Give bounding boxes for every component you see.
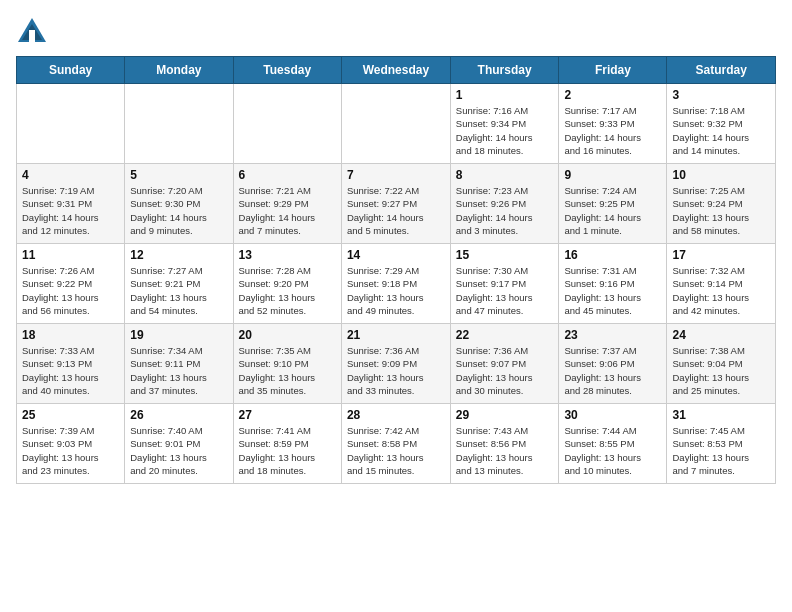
day-info: Sunrise: 7:24 AM Sunset: 9:25 PM Dayligh… <box>564 184 661 237</box>
calendar-day-cell: 2Sunrise: 7:17 AM Sunset: 9:33 PM Daylig… <box>559 84 667 164</box>
day-number: 14 <box>347 248 445 262</box>
day-number: 6 <box>239 168 336 182</box>
day-of-week-header: Monday <box>125 57 233 84</box>
day-number: 27 <box>239 408 336 422</box>
calendar-week-row: 1Sunrise: 7:16 AM Sunset: 9:34 PM Daylig… <box>17 84 776 164</box>
calendar-day-cell: 22Sunrise: 7:36 AM Sunset: 9:07 PM Dayli… <box>450 324 559 404</box>
calendar-day-cell: 10Sunrise: 7:25 AM Sunset: 9:24 PM Dayli… <box>667 164 776 244</box>
calendar-day-cell <box>341 84 450 164</box>
calendar-week-row: 4Sunrise: 7:19 AM Sunset: 9:31 PM Daylig… <box>17 164 776 244</box>
calendar-day-cell <box>233 84 341 164</box>
calendar-day-cell: 26Sunrise: 7:40 AM Sunset: 9:01 PM Dayli… <box>125 404 233 484</box>
day-of-week-header: Wednesday <box>341 57 450 84</box>
calendar-day-cell: 24Sunrise: 7:38 AM Sunset: 9:04 PM Dayli… <box>667 324 776 404</box>
calendar-day-cell: 28Sunrise: 7:42 AM Sunset: 8:58 PM Dayli… <box>341 404 450 484</box>
calendar-day-cell: 17Sunrise: 7:32 AM Sunset: 9:14 PM Dayli… <box>667 244 776 324</box>
day-number: 11 <box>22 248 119 262</box>
day-number: 3 <box>672 88 770 102</box>
calendar-day-cell: 29Sunrise: 7:43 AM Sunset: 8:56 PM Dayli… <box>450 404 559 484</box>
day-of-week-header: Saturday <box>667 57 776 84</box>
calendar-day-cell <box>17 84 125 164</box>
calendar-body: 1Sunrise: 7:16 AM Sunset: 9:34 PM Daylig… <box>17 84 776 484</box>
day-info: Sunrise: 7:35 AM Sunset: 9:10 PM Dayligh… <box>239 344 336 397</box>
day-info: Sunrise: 7:29 AM Sunset: 9:18 PM Dayligh… <box>347 264 445 317</box>
calendar-day-cell: 12Sunrise: 7:27 AM Sunset: 9:21 PM Dayli… <box>125 244 233 324</box>
calendar-day-cell: 20Sunrise: 7:35 AM Sunset: 9:10 PM Dayli… <box>233 324 341 404</box>
day-info: Sunrise: 7:18 AM Sunset: 9:32 PM Dayligh… <box>672 104 770 157</box>
day-info: Sunrise: 7:19 AM Sunset: 9:31 PM Dayligh… <box>22 184 119 237</box>
svg-rect-2 <box>29 30 35 42</box>
calendar-day-cell: 3Sunrise: 7:18 AM Sunset: 9:32 PM Daylig… <box>667 84 776 164</box>
calendar-day-cell: 14Sunrise: 7:29 AM Sunset: 9:18 PM Dayli… <box>341 244 450 324</box>
logo <box>16 16 52 44</box>
day-info: Sunrise: 7:16 AM Sunset: 9:34 PM Dayligh… <box>456 104 554 157</box>
day-number: 21 <box>347 328 445 342</box>
day-info: Sunrise: 7:44 AM Sunset: 8:55 PM Dayligh… <box>564 424 661 477</box>
day-info: Sunrise: 7:17 AM Sunset: 9:33 PM Dayligh… <box>564 104 661 157</box>
day-info: Sunrise: 7:20 AM Sunset: 9:30 PM Dayligh… <box>130 184 227 237</box>
calendar-day-cell: 18Sunrise: 7:33 AM Sunset: 9:13 PM Dayli… <box>17 324 125 404</box>
calendar-day-cell: 16Sunrise: 7:31 AM Sunset: 9:16 PM Dayli… <box>559 244 667 324</box>
calendar-week-row: 11Sunrise: 7:26 AM Sunset: 9:22 PM Dayli… <box>17 244 776 324</box>
day-number: 26 <box>130 408 227 422</box>
day-info: Sunrise: 7:43 AM Sunset: 8:56 PM Dayligh… <box>456 424 554 477</box>
day-number: 5 <box>130 168 227 182</box>
calendar-day-cell: 27Sunrise: 7:41 AM Sunset: 8:59 PM Dayli… <box>233 404 341 484</box>
calendar-day-cell: 15Sunrise: 7:30 AM Sunset: 9:17 PM Dayli… <box>450 244 559 324</box>
calendar-day-cell: 7Sunrise: 7:22 AM Sunset: 9:27 PM Daylig… <box>341 164 450 244</box>
calendar-week-row: 25Sunrise: 7:39 AM Sunset: 9:03 PM Dayli… <box>17 404 776 484</box>
calendar-day-cell: 5Sunrise: 7:20 AM Sunset: 9:30 PM Daylig… <box>125 164 233 244</box>
calendar-day-cell: 21Sunrise: 7:36 AM Sunset: 9:09 PM Dayli… <box>341 324 450 404</box>
day-info: Sunrise: 7:40 AM Sunset: 9:01 PM Dayligh… <box>130 424 227 477</box>
day-info: Sunrise: 7:33 AM Sunset: 9:13 PM Dayligh… <box>22 344 119 397</box>
day-number: 25 <box>22 408 119 422</box>
day-number: 30 <box>564 408 661 422</box>
day-info: Sunrise: 7:26 AM Sunset: 9:22 PM Dayligh… <box>22 264 119 317</box>
day-number: 28 <box>347 408 445 422</box>
day-number: 7 <box>347 168 445 182</box>
day-number: 18 <box>22 328 119 342</box>
logo-icon <box>16 16 48 44</box>
page-header <box>16 16 776 44</box>
day-info: Sunrise: 7:34 AM Sunset: 9:11 PM Dayligh… <box>130 344 227 397</box>
calendar-day-cell: 8Sunrise: 7:23 AM Sunset: 9:26 PM Daylig… <box>450 164 559 244</box>
day-number: 19 <box>130 328 227 342</box>
day-number: 10 <box>672 168 770 182</box>
day-of-week-header: Sunday <box>17 57 125 84</box>
day-number: 12 <box>130 248 227 262</box>
calendar-day-cell: 9Sunrise: 7:24 AM Sunset: 9:25 PM Daylig… <box>559 164 667 244</box>
day-info: Sunrise: 7:37 AM Sunset: 9:06 PM Dayligh… <box>564 344 661 397</box>
day-number: 4 <box>22 168 119 182</box>
day-info: Sunrise: 7:28 AM Sunset: 9:20 PM Dayligh… <box>239 264 336 317</box>
day-number: 29 <box>456 408 554 422</box>
day-info: Sunrise: 7:30 AM Sunset: 9:17 PM Dayligh… <box>456 264 554 317</box>
day-number: 2 <box>564 88 661 102</box>
calendar-day-cell: 4Sunrise: 7:19 AM Sunset: 9:31 PM Daylig… <box>17 164 125 244</box>
day-number: 17 <box>672 248 770 262</box>
day-info: Sunrise: 7:25 AM Sunset: 9:24 PM Dayligh… <box>672 184 770 237</box>
day-of-week-header: Tuesday <box>233 57 341 84</box>
day-of-week-header: Thursday <box>450 57 559 84</box>
calendar-day-cell <box>125 84 233 164</box>
day-info: Sunrise: 7:22 AM Sunset: 9:27 PM Dayligh… <box>347 184 445 237</box>
day-info: Sunrise: 7:36 AM Sunset: 9:07 PM Dayligh… <box>456 344 554 397</box>
day-info: Sunrise: 7:27 AM Sunset: 9:21 PM Dayligh… <box>130 264 227 317</box>
day-of-week-header: Friday <box>559 57 667 84</box>
calendar-day-cell: 31Sunrise: 7:45 AM Sunset: 8:53 PM Dayli… <box>667 404 776 484</box>
calendar-day-cell: 1Sunrise: 7:16 AM Sunset: 9:34 PM Daylig… <box>450 84 559 164</box>
calendar-day-cell: 13Sunrise: 7:28 AM Sunset: 9:20 PM Dayli… <box>233 244 341 324</box>
day-number: 9 <box>564 168 661 182</box>
day-info: Sunrise: 7:36 AM Sunset: 9:09 PM Dayligh… <box>347 344 445 397</box>
day-info: Sunrise: 7:32 AM Sunset: 9:14 PM Dayligh… <box>672 264 770 317</box>
day-info: Sunrise: 7:39 AM Sunset: 9:03 PM Dayligh… <box>22 424 119 477</box>
calendar-day-cell: 23Sunrise: 7:37 AM Sunset: 9:06 PM Dayli… <box>559 324 667 404</box>
day-info: Sunrise: 7:38 AM Sunset: 9:04 PM Dayligh… <box>672 344 770 397</box>
calendar-header: SundayMondayTuesdayWednesdayThursdayFrid… <box>17 57 776 84</box>
calendar-day-cell: 6Sunrise: 7:21 AM Sunset: 9:29 PM Daylig… <box>233 164 341 244</box>
day-info: Sunrise: 7:21 AM Sunset: 9:29 PM Dayligh… <box>239 184 336 237</box>
day-number: 23 <box>564 328 661 342</box>
day-info: Sunrise: 7:41 AM Sunset: 8:59 PM Dayligh… <box>239 424 336 477</box>
day-info: Sunrise: 7:31 AM Sunset: 9:16 PM Dayligh… <box>564 264 661 317</box>
day-info: Sunrise: 7:45 AM Sunset: 8:53 PM Dayligh… <box>672 424 770 477</box>
day-number: 16 <box>564 248 661 262</box>
